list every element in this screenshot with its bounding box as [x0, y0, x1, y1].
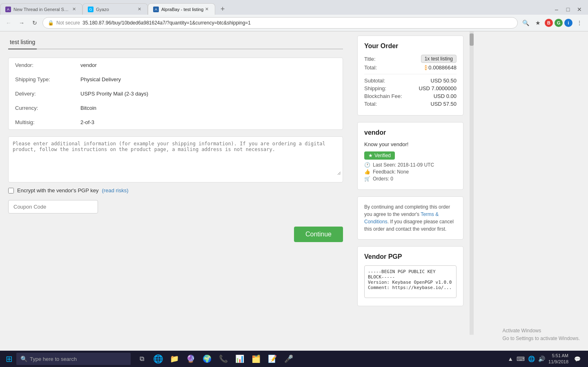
tab-1[interactable]: A New Thread in General Sellers M... ✕ — [0, 3, 82, 15]
star-icon[interactable]: ★ — [532, 18, 543, 28]
terms-link[interactable]: Terms & Conditions — [364, 211, 439, 225]
toolbar-icons: 🔍 ★ B G i ⋮ — [520, 18, 585, 28]
coupon-input[interactable] — [8, 200, 98, 214]
encrypt-checkbox[interactable] — [8, 188, 14, 194]
delivery-row: Delivery: USPS Prority Mail (2-3 days) — [9, 87, 343, 101]
app-8-icon: 🎤 — [284, 354, 293, 363]
vendor-row: Vendor: vendor — [9, 58, 343, 72]
vendor-pgp-card: Vendor PGP -----BEGIN PGP PUBLIC KEY BLO… — [357, 246, 463, 306]
tab-1-close[interactable]: ✕ — [71, 6, 77, 13]
ext-3-icon[interactable]: i — [564, 19, 572, 27]
app-3-icon: 🔮 — [186, 354, 195, 363]
tab-2[interactable]: G Gyazo ✕ — [82, 3, 148, 15]
ext-2-icon[interactable]: G — [555, 19, 563, 27]
delivery-label: Delivery: — [9, 87, 74, 101]
last-seen-row: 🕐 Last Seen: 2018-11-09 UTC — [364, 162, 457, 168]
volume-icon[interactable]: 🔊 — [538, 356, 545, 362]
taskbar-app-3[interactable]: 🔮 — [183, 351, 198, 367]
activate-windows-line2: Go to Settings to activate Windows. — [503, 335, 580, 343]
tab-3-label: AlpraBay - test listing — [161, 7, 203, 12]
taskbar-files[interactable]: 📁 — [167, 351, 182, 367]
shipping-info-textarea[interactable] — [10, 138, 341, 175]
subtotal-label: Subtotal: — [364, 78, 385, 84]
vendor-pgp-title: Vendor PGP — [364, 253, 457, 260]
minimize-button[interactable]: – — [551, 4, 562, 15]
clock-icon: 🕐 — [364, 162, 370, 168]
continue-button[interactable]: Continue — [294, 227, 343, 242]
test-listing-tab[interactable]: test listing — [8, 36, 37, 49]
network-icon[interactable]: 🌐 — [528, 356, 535, 362]
ext-1-icon[interactable]: B — [545, 19, 553, 27]
orders-row: 🛒 Orders: 0 — [364, 176, 457, 182]
address-bar-row: ← → ↻ 🔒 Not secure 35.180.87.96/buy/10bd… — [0, 15, 588, 31]
main-content: test listing Vendor: vendor Shipping Typ… — [0, 31, 351, 335]
feedback-icon: 👍 — [364, 169, 370, 175]
feedback-label: Feedback: None — [373, 169, 409, 175]
taskbar-app-7[interactable]: 📝 — [265, 351, 280, 367]
activate-windows: Activate Windows Go to Settings to activ… — [503, 327, 580, 343]
coupon-container — [8, 200, 343, 220]
vendor-value: vendor — [74, 58, 343, 72]
blockchain-fee-row: Blockchain Fee: USD 0.00 — [364, 93, 457, 99]
scrollbar[interactable] — [470, 31, 474, 335]
new-tab-button[interactable]: + — [217, 3, 228, 15]
page-layout: test listing Vendor: vendor Shipping Typ… — [0, 31, 588, 335]
encrypt-read-risks-link[interactable]: (read risks) — [102, 187, 129, 194]
feedback-row: 👍 Feedback: None — [364, 169, 457, 175]
taskbar-app-5[interactable]: 📊 — [232, 351, 247, 367]
encrypt-row: Encrypt with the vendor's PGP key (read … — [8, 187, 343, 194]
taskbar-app-4[interactable]: 🌍 — [199, 351, 215, 367]
taskbar-search-icon: 🔍 — [20, 356, 27, 362]
order-title-row: Title: 1x test listing — [364, 55, 457, 63]
lock-icon: 🔒 — [48, 20, 54, 26]
taskbar-app-6[interactable]: 🗂️ — [248, 351, 264, 367]
multisig-label: Multisig: — [9, 115, 74, 129]
taskbar-task-view[interactable]: ⧉ — [134, 351, 149, 367]
maximize-button[interactable]: □ — [563, 4, 573, 15]
back-button[interactable]: ← — [3, 18, 14, 28]
terms-text: By continuing and completing this order … — [364, 203, 457, 233]
close-button[interactable]: ✕ — [574, 4, 585, 15]
taskbar-app-icons: ⧉ 🌐 📁 🔮 🌍 📞 📊 🗂️ 📝 🎤 — [134, 351, 296, 367]
shipping-info-container — [8, 136, 343, 182]
shipping-value: USD 7.0000000 — [419, 85, 457, 91]
app-4-icon: 🌍 — [203, 354, 212, 363]
tab-3[interactable]: A AlpraBay - test listing ✕ — [148, 3, 215, 15]
verified-label: Verified — [374, 153, 391, 158]
shipping-label: Shipping: — [364, 85, 386, 91]
keyboard-icon[interactable]: ⌨ — [517, 356, 525, 362]
currency-label: Currency: — [9, 101, 74, 115]
notification-button[interactable]: 💬 — [572, 353, 583, 365]
vendor-card-title: vendor — [364, 129, 457, 136]
sidebar: Your Order Title: 1x test listing Total:… — [351, 31, 470, 335]
shipping-type-row: Shipping Type: Physical Delivery — [9, 72, 343, 87]
address-bar[interactable]: 🔒 Not secure 35.180.87.96/buy/10bded6a98… — [42, 17, 518, 29]
taskbar-app-8[interactable]: 🎤 — [281, 351, 296, 367]
taskbar-skype[interactable]: 📞 — [216, 351, 231, 367]
your-order-card: Your Order Title: 1x test listing Total:… — [357, 36, 463, 116]
taskbar-chrome[interactable]: 🌐 — [150, 351, 166, 367]
menu-icon[interactable]: ⋮ — [574, 18, 585, 28]
tab-3-close[interactable]: ✕ — [203, 6, 210, 13]
files-icon: 📁 — [170, 354, 179, 363]
time-display: 5:51 AM — [548, 353, 568, 359]
your-order-title: Your Order — [364, 42, 457, 50]
search-icon[interactable]: 🔍 — [520, 18, 531, 28]
app-6-icon: 🗂️ — [252, 354, 261, 363]
up-arrow-icon[interactable]: ▲ — [508, 356, 513, 362]
subtotal-row: Subtotal: USD 50.50 — [364, 78, 457, 84]
blockchain-fee-value: USD 0.00 — [434, 93, 457, 99]
start-button[interactable]: ⊞ — [2, 351, 16, 366]
total-usd-label: Total: — [364, 101, 377, 107]
taskbar-search[interactable]: 🔍 Type here to search — [16, 353, 131, 365]
skype-icon: 📞 — [219, 354, 228, 363]
pgp-textarea[interactable]: -----BEGIN PGP PUBLIC KEY BLOCK----- Ver… — [364, 265, 457, 298]
multisig-value: 2-of-3 — [74, 115, 343, 129]
reload-button[interactable]: ↻ — [29, 18, 40, 28]
tab-2-close[interactable]: ✕ — [136, 6, 143, 13]
subtotal-value: USD 50.50 — [430, 78, 457, 84]
taskbar-right: ▲ ⌨ 🌐 🔊 5:51 AM 11/9/2018 💬 — [508, 353, 586, 365]
forward-button[interactable]: → — [16, 18, 27, 28]
scroll-thumb[interactable] — [470, 33, 474, 46]
delivery-value: USPS Prority Mail (2-3 days) — [74, 87, 343, 101]
